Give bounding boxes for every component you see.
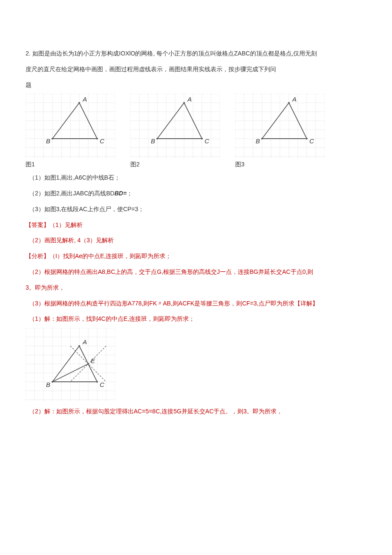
svg-point-20	[78, 102, 80, 104]
subquestion-1: （1）如图1,画出,A6C的中线B石；	[26, 171, 366, 184]
vertex-b: B	[46, 381, 50, 388]
figure-2: A B C 图2	[130, 94, 220, 171]
solution-1: （1）解：如图所示，找到4C的中点E,连接班，则跖即为所求；	[26, 312, 366, 325]
question-stem-line1: 2. 如图是由边长为1的小正方形构成IOXlO的网格, 每个小正方形的顶点叫做格…	[26, 47, 366, 60]
grid-svg-2: A B C	[130, 94, 220, 158]
question-number: 2.	[26, 50, 32, 57]
svg-point-45	[201, 138, 203, 139]
vertex-c: C	[100, 381, 104, 388]
question-stem-line3: 题	[26, 78, 366, 92]
vertex-e: E	[91, 357, 95, 364]
answer-head: 【答案】（1）见解析	[26, 218, 366, 232]
stem-text-1: 如图是由边长为1的小正方形构成IOXlO的网格, 每个小正方形的顶点叫做格点ZA…	[32, 50, 317, 57]
figure-1: A B C 图1	[26, 94, 115, 171]
vertex-a: A	[82, 96, 87, 103]
analysis-2b: 3。即为所求，	[26, 281, 366, 294]
vertex-a: A	[187, 96, 192, 103]
analysis-3-text: （3）根据网格的特点构造平行四边形A778,则FK〃AB,则ACFK是等腰三角形…	[29, 300, 294, 307]
svg-point-43	[183, 102, 185, 104]
svg-point-93	[78, 345, 80, 347]
svg-point-22	[96, 138, 98, 139]
figure-3: A B C 图3	[235, 94, 325, 171]
figure-1-label: 图1	[26, 158, 115, 171]
svg-point-96	[87, 363, 89, 365]
vertex-a: A	[292, 96, 297, 103]
svg-point-66	[288, 102, 290, 104]
vertex-b: B	[151, 137, 155, 145]
svg-point-94	[52, 381, 53, 383]
solution-2: （2）解：如图所示，根据勾股定理得出AC=5=8C,连接5G并延长交AC于点。，…	[26, 405, 366, 418]
vertex-b: B	[46, 137, 50, 145]
svg-point-44	[156, 138, 158, 139]
subquestion-2: （2）如图2,画出JABC的高线BDBD=；	[26, 187, 366, 200]
svg-point-21	[52, 138, 53, 139]
analysis-head: 【分析】（I）找到Ae的中点E,连接班，则跖即为所求；	[26, 250, 366, 263]
svg-line-92	[52, 364, 88, 382]
figure-3-label: 图3	[235, 158, 325, 171]
vertex-c: C	[205, 137, 209, 145]
vertex-a: A	[82, 338, 87, 346]
analysis-2a: （2）根据网格的特点画出A8,BC上的高，交于点G,根据三角形的高线交J一点，连…	[26, 265, 366, 279]
svg-point-68	[306, 138, 308, 139]
svg-point-95	[96, 381, 98, 383]
grid-svg-3: A B C	[235, 94, 325, 158]
grid-svg-1: A B C	[26, 94, 115, 158]
sub2-text: （2）如图2,画出JABC的高线BD	[29, 190, 115, 197]
detail-tag: 【详解】	[294, 300, 318, 307]
figures-row: A B C 图1 A B C 图2 A B	[26, 94, 366, 171]
sub2-tail: ；	[127, 190, 133, 197]
analysis-3: （3）根据网格的特点构造平行四边形A778,则FK〃AB,则ACFK是等腰三角形…	[26, 297, 366, 310]
subquestion-3: （3）如图3,在线段AC上作点尸，使CP=3；	[26, 203, 366, 216]
sub2-bd: BD=	[115, 190, 127, 197]
solution-1-figure: A B C E	[26, 328, 366, 401]
vertex-c: C	[309, 137, 314, 145]
svg-point-67	[261, 138, 263, 139]
question-stem-line2: 度尺的直尺在给定网格中画图，画图过程用虚线表示，画图结果用实线表示，按步骤完成下…	[26, 63, 366, 76]
vertex-c: C	[100, 137, 104, 145]
answer-line2: （2）画图见解析, 4（3）见解析	[26, 234, 366, 247]
figure-2-label: 图2	[130, 158, 220, 171]
vertex-b: B	[256, 137, 260, 145]
grid-svg-sol1: A B C E	[26, 328, 115, 401]
